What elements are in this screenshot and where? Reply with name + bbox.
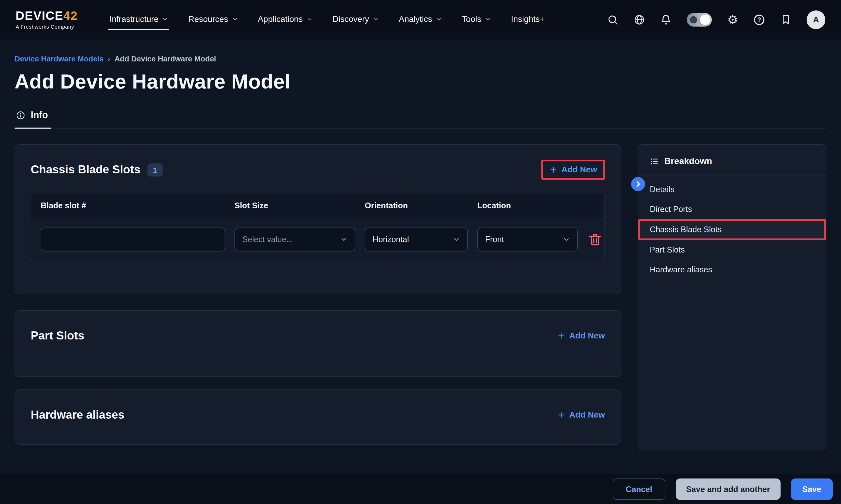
page-title: Add Device Hardware Model bbox=[15, 70, 826, 93]
nav-item-discovery[interactable]: Discovery bbox=[331, 10, 380, 30]
breakdown-item-direct-ports[interactable]: Direct Ports bbox=[638, 199, 826, 219]
logo-brand-text: DEVICE bbox=[16, 9, 63, 22]
nav-item-label: Applications bbox=[258, 15, 303, 24]
breakdown-item-hardware-aliases[interactable]: Hardware aliases bbox=[638, 260, 826, 280]
gear-icon: ⚙ bbox=[727, 14, 738, 26]
orientation-select[interactable]: Horizontal bbox=[365, 228, 468, 251]
slot-size-select[interactable]: Select value... bbox=[234, 228, 355, 251]
nav-item-applications[interactable]: Applications bbox=[257, 10, 314, 30]
breakdown-header: Breakdown bbox=[638, 145, 826, 176]
add-new-hardware-alias-button[interactable]: Add New bbox=[557, 410, 605, 420]
breakdown-item-chassis-blade-slots[interactable]: Chassis Blade Slots bbox=[638, 219, 826, 240]
nav-item-label: Analytics bbox=[399, 15, 432, 24]
footer-action-bar: Cancel Save and add another Save bbox=[0, 474, 841, 504]
annotation-highlight-add-new: Add New bbox=[541, 160, 605, 180]
breadcrumb-current: Add Device Hardware Model bbox=[115, 55, 216, 63]
nav-item-insights[interactable]: Insights+ bbox=[510, 10, 546, 30]
search-icon bbox=[607, 14, 618, 25]
chassis-blade-slots-table: Blade slot # Slot Size Orientation Locat… bbox=[31, 193, 605, 262]
add-new-part-slot-button[interactable]: Add New bbox=[557, 331, 605, 341]
device42-logo[interactable]: DEVICE42 A Freshworks Company bbox=[16, 10, 89, 30]
location-select[interactable]: Front bbox=[477, 228, 578, 251]
part-slots-header: Part Slots Add New bbox=[31, 323, 605, 348]
plus-icon bbox=[549, 166, 557, 174]
nav-item-label: Resources bbox=[188, 15, 228, 24]
breakdown-panel: Breakdown Details Direct Ports Chassis B… bbox=[638, 144, 826, 450]
column-header-slot-size: Slot Size bbox=[234, 201, 355, 210]
tab-bar: Info bbox=[15, 110, 826, 129]
collapse-panel-button[interactable] bbox=[631, 177, 645, 191]
nav-item-tools[interactable]: Tools bbox=[461, 10, 492, 30]
bookmarks-button[interactable] bbox=[780, 14, 791, 25]
chevron-down-icon bbox=[162, 16, 169, 22]
breadcrumb-separator: › bbox=[108, 55, 110, 63]
page-body: Device Hardware Models › Add Device Hard… bbox=[0, 40, 841, 474]
chevron-down-icon bbox=[373, 16, 379, 22]
help-button[interactable]: ? bbox=[753, 14, 765, 25]
plus-icon bbox=[557, 411, 565, 419]
chevron-down-icon bbox=[306, 16, 313, 22]
table-header-row: Blade slot # Slot Size Orientation Locat… bbox=[31, 193, 605, 218]
top-navbar: DEVICE42 A Freshworks Company Infrastruc… bbox=[0, 0, 841, 40]
nav-item-resources[interactable]: Resources bbox=[187, 10, 239, 30]
column-header-orientation: Orientation bbox=[365, 201, 468, 210]
save-and-add-another-button[interactable]: Save and add another bbox=[676, 479, 780, 500]
breakdown-item-details[interactable]: Details bbox=[638, 180, 826, 199]
chevron-down-icon bbox=[436, 16, 442, 22]
chassis-count-badge: 1 bbox=[148, 163, 162, 176]
theme-toggle[interactable] bbox=[687, 13, 712, 26]
nav-item-label: Insights+ bbox=[511, 15, 544, 24]
add-new-chassis-blade-slot-button[interactable]: Add New bbox=[549, 165, 597, 175]
app-window: DEVICE42 A Freshworks Company Infrastruc… bbox=[0, 0, 841, 504]
moon-icon bbox=[690, 16, 697, 23]
add-new-label: Add New bbox=[569, 410, 605, 420]
section-title-part-slots: Part Slots bbox=[31, 329, 84, 343]
notifications-button[interactable] bbox=[660, 14, 672, 25]
logo-brand: DEVICE42 bbox=[16, 10, 89, 22]
blade-slot-number-input[interactable] bbox=[41, 228, 225, 251]
main-nav: Infrastructure Resources Applications Di… bbox=[108, 10, 546, 30]
breadcrumb-parent-link[interactable]: Device Hardware Models bbox=[15, 55, 104, 63]
settings-button[interactable]: ⚙ bbox=[727, 14, 738, 25]
tab-info[interactable]: Info bbox=[15, 110, 51, 129]
cancel-button[interactable]: Cancel bbox=[613, 479, 665, 500]
slot-size-placeholder: Select value... bbox=[242, 235, 293, 244]
chassis-section-header: Chassis Blade Slots 1 Add New bbox=[31, 157, 605, 182]
content-row: Chassis Blade Slots 1 Add New Blade bbox=[15, 144, 826, 450]
section-hardware-aliases: Hardware aliases Add New bbox=[15, 390, 621, 445]
nav-item-analytics[interactable]: Analytics bbox=[398, 10, 443, 30]
chevron-down-icon bbox=[232, 16, 238, 22]
avatar-initial: A bbox=[813, 15, 819, 24]
column-header-blade-slot: Blade slot # bbox=[41, 201, 225, 210]
search-button[interactable] bbox=[607, 14, 618, 25]
section-part-slots: Part Slots Add New bbox=[15, 310, 621, 377]
chevron-down-icon bbox=[453, 236, 460, 243]
breakdown-list: Details Direct Ports Chassis Blade Slots… bbox=[638, 176, 826, 284]
add-new-label: Add New bbox=[561, 165, 597, 175]
breakdown-title: Breakdown bbox=[664, 156, 712, 167]
navbar-actions: ⚙ ? A bbox=[607, 11, 825, 29]
section-chassis-blade-slots: Chassis Blade Slots 1 Add New Blade bbox=[15, 144, 621, 294]
nav-item-label: Tools bbox=[462, 15, 481, 24]
nav-item-label: Discovery bbox=[332, 15, 369, 24]
location-value: Front bbox=[485, 235, 504, 244]
tab-info-label: Info bbox=[31, 110, 48, 121]
chassis-title-wrap: Chassis Blade Slots 1 bbox=[31, 163, 162, 177]
delete-row-button[interactable] bbox=[587, 232, 603, 247]
add-new-label: Add New bbox=[569, 331, 605, 341]
user-avatar[interactable]: A bbox=[807, 11, 825, 29]
column-header-location: Location bbox=[477, 201, 578, 210]
hardware-aliases-header: Hardware aliases Add New bbox=[31, 402, 605, 428]
bookmark-icon bbox=[780, 14, 791, 25]
section-title-hardware-aliases: Hardware aliases bbox=[31, 408, 124, 422]
logo-tagline: A Freshworks Company bbox=[16, 24, 89, 30]
orientation-value: Horizontal bbox=[372, 235, 409, 244]
section-title-chassis-blade-slots: Chassis Blade Slots bbox=[31, 163, 140, 177]
trash-icon bbox=[587, 232, 603, 247]
nav-item-infrastructure[interactable]: Infrastructure bbox=[108, 10, 170, 30]
breadcrumb: Device Hardware Models › Add Device Hard… bbox=[15, 55, 826, 63]
chevron-down-icon bbox=[563, 236, 570, 243]
save-button[interactable]: Save bbox=[791, 479, 833, 500]
language-globe-button[interactable] bbox=[634, 14, 645, 25]
breakdown-item-part-slots[interactable]: Part Slots bbox=[638, 240, 826, 260]
